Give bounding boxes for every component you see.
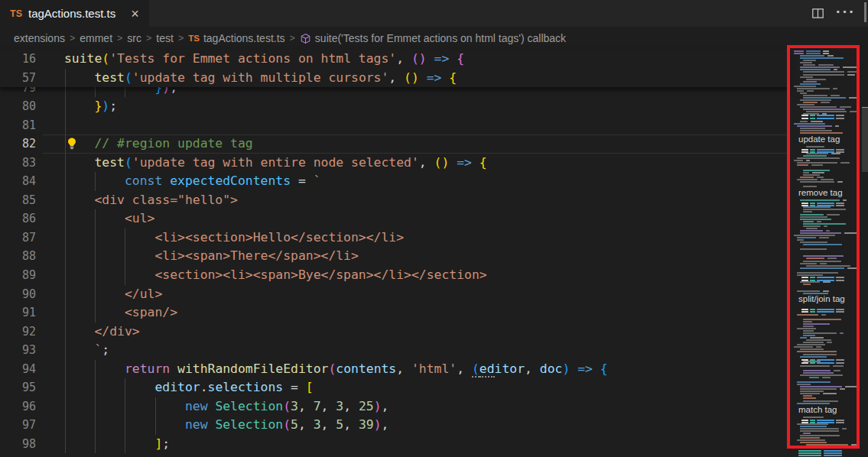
token [208,417,216,432]
line-number[interactable]: 95 [0,378,43,397]
minimap-line [803,206,831,208]
chevron-right-icon: > [178,33,184,44]
split-editor-icon[interactable] [811,7,824,20]
breadcrumb-item[interactable]: src [127,32,141,44]
indent-guide [125,378,125,397]
token: 5 [291,417,298,432]
code-line[interactable]: 92 </div> [0,322,788,342]
line-number[interactable]: 98 [0,435,43,454]
code-line[interactable]: 96 new Selection(3, 7, 3, 25), [0,397,788,416]
code-line[interactable]: 80 }); [0,97,788,116]
line-number[interactable]: 86 [0,209,43,228]
line-number[interactable]: 91 [0,303,43,322]
minimap-line [803,335,815,336]
code-line[interactable]: 87 <li><section>Hello</section></li> [0,228,788,248]
code-line[interactable]: 93 `; [0,341,788,360]
code-lines[interactable]: 79 });80 });8182 // #region update tag83… [0,79,788,454]
minimap-line [849,97,860,99]
token: </div> [94,324,139,339]
minimap-line [801,311,808,313]
minimap-line [803,330,814,332]
minimap-line [850,111,857,112]
code-line[interactable]: 94 return withRandomFileEditor(contents,… [0,360,788,379]
code-line[interactable]: 90 </ul> [0,285,788,304]
minimap-line [806,258,824,259]
code-text: <li><span>There</span></li> [43,247,788,266]
line-number[interactable]: 89 [0,266,43,285]
code-line[interactable]: 88 <li><span>There</span></li> [0,247,788,266]
line-number[interactable]: 82 [0,135,43,154]
minimap-line [817,309,834,310]
token: new [185,399,208,413]
minimap-line [847,267,857,269]
line-number[interactable]: 90 [0,285,43,304]
line-number[interactable]: 96 [0,397,43,416]
minimap-line [836,203,844,204]
code-line[interactable]: 89 <section><li><span>Bye</span></li></s… [0,266,788,285]
indent-whitespace [64,342,94,357]
line-number[interactable]: 80 [0,97,43,116]
indent-guide [65,435,66,454]
sticky-scroll[interactable]: 16suite('Tests for Emmet actions on html… [0,50,788,87]
token: , [343,399,359,413]
line-number[interactable]: 88 [0,247,43,266]
vertical-scrollbar[interactable] [862,50,868,457]
minimap-line [812,172,824,173]
token [570,361,577,376]
breadcrumb-item[interactable]: TStagActions.test.ts [188,32,284,44]
line-number[interactable]: 87 [0,228,43,248]
code-line[interactable]: 98 ]; [0,435,788,454]
line-number[interactable]: 97 [0,416,43,435]
code-line[interactable]: 16suite('Tests for Emmet actions on html… [0,50,788,69]
code-line[interactable]: 57 test('update tag with multiple cursor… [0,69,788,88]
minimap-line [836,115,844,116]
minimap-line [820,263,827,264]
close-tab-icon[interactable]: × [131,7,139,21]
token: <ul> [125,211,154,225]
code-line[interactable]: 95 editor.selections = [ [0,378,788,397]
breadcrumb-item[interactable]: emmet [80,32,112,44]
minimap-line [797,90,804,92]
minimap-line [821,102,830,103]
minimap-line [803,211,812,212]
code-line[interactable]: 83 test('update tag with entire node sel… [0,154,788,173]
token: , [382,417,389,432]
scrollbar-slider[interactable] [862,107,868,172]
token: 3 [291,399,298,413]
minimap-line [843,66,857,68]
minimap-line [803,172,809,173]
token: 5 [336,417,343,432]
code-line[interactable]: 97 new Selection(5, 3, 5, 39), [0,416,788,435]
minimap-line [845,386,858,387]
minimap-line [801,362,808,364]
line-number[interactable]: 81 [0,116,43,135]
minimap-line [842,428,847,429]
minimap-line [831,153,840,154]
code-line[interactable]: 86 <ul> [0,209,788,228]
lightbulb-icon[interactable] [65,137,79,151]
more-actions-icon[interactable]: ··· [836,4,856,19]
minimap-line [840,162,850,164]
line-number[interactable]: 85 [0,191,43,210]
code-line[interactable]: 84 const expectedContents = ` [0,172,788,191]
line-number[interactable]: 16 [0,50,43,69]
breadcrumb-item[interactable]: test [156,32,174,44]
code-line[interactable]: 81 [0,116,788,135]
minimap[interactable]: update tagremove tagsplit/join tagmatch … [788,42,868,457]
minimap-line [803,74,844,76]
indent-guide [125,247,125,266]
line-number[interactable]: 57 [0,69,43,88]
tab-tagactions-test-ts[interactable]: TS tagActions.test.ts × [0,0,149,27]
code-line[interactable]: 85 <div class="hello"> [0,191,788,210]
line-number[interactable]: 94 [0,360,43,379]
code-line[interactable]: 82 // #region update tag [0,135,788,154]
line-number[interactable]: 84 [0,172,43,191]
code-line[interactable]: 91 <span/> [0,303,788,322]
token [449,155,457,170]
line-number[interactable]: 92 [0,322,43,342]
line-number[interactable]: 93 [0,341,43,360]
line-number[interactable]: 83 [0,154,43,173]
breadcrumb-item[interactable]: extensions [14,32,65,44]
breadcrumb-item[interactable]: suite('Tests for Emmet actions on html t… [300,32,566,44]
minimap-line [810,420,815,421]
